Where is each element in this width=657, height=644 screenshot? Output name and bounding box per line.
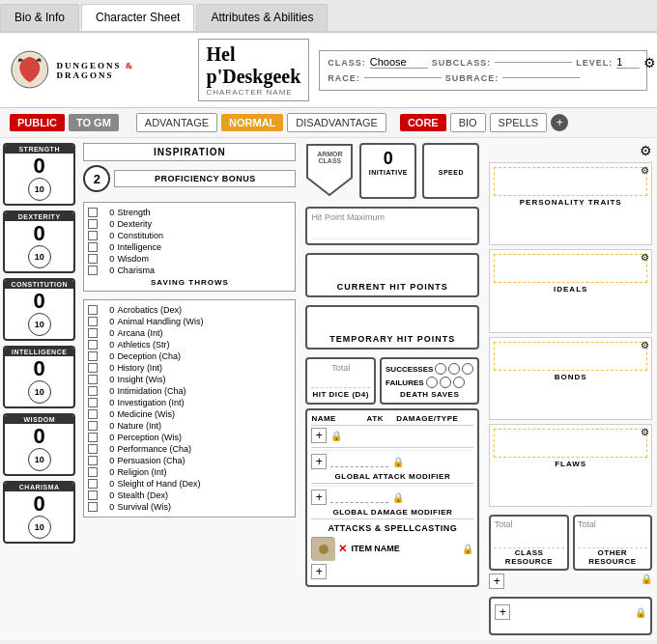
current-hp-val[interactable] xyxy=(311,259,473,282)
skill-survival-checkbox[interactable] xyxy=(88,502,98,512)
failure-1[interactable] xyxy=(426,377,438,388)
skill-persuasion-checkbox[interactable] xyxy=(88,456,98,465)
togm-button[interactable]: TO GM xyxy=(69,114,119,131)
global-damage-lock-icon[interactable]: 🔒 xyxy=(392,492,404,503)
spells-button[interactable]: SPELLS xyxy=(490,113,548,132)
strength-score[interactable]: 0 xyxy=(7,155,71,177)
dexterity-mod[interactable]: 10 xyxy=(28,245,51,268)
extra-resource-lock-icon[interactable]: 🔒 xyxy=(635,607,646,618)
skill-stealth-checkbox[interactable] xyxy=(88,490,98,500)
item-lock-icon[interactable]: 🔒 xyxy=(462,544,473,554)
constitution-score[interactable]: 0 xyxy=(7,291,71,312)
global-attack-input[interactable] xyxy=(330,457,388,467)
traits-gear-icon[interactable]: ⚙ xyxy=(640,143,652,158)
class-value[interactable]: Choose xyxy=(370,56,428,69)
inspiration-box[interactable]: INSPIRATION xyxy=(83,143,296,161)
wisdom-score[interactable]: 0 xyxy=(7,426,71,447)
core-button[interactable]: CORE xyxy=(400,114,446,131)
subrace-value[interactable] xyxy=(502,77,580,78)
intelligence-mod[interactable]: 10 xyxy=(28,380,51,404)
logo-area: DUNGEONS & DRAGONS xyxy=(10,48,188,92)
add-attack-button[interactable]: + xyxy=(311,428,327,443)
skill-nature-checkbox[interactable] xyxy=(88,421,98,431)
skill-insight-checkbox[interactable] xyxy=(88,375,98,384)
character-name[interactable]: Hel p'Deskgeek xyxy=(207,43,301,88)
add-section-button[interactable]: + xyxy=(551,114,568,131)
ideals-gear-icon[interactable]: ⚙ xyxy=(641,252,649,263)
bio-button[interactable]: BIO xyxy=(450,113,486,132)
item-delete-icon[interactable]: ✕ xyxy=(338,543,347,555)
saving-constitution-checkbox[interactable] xyxy=(88,231,98,240)
global-damage-add-button[interactable]: + xyxy=(311,490,327,505)
advantage-button[interactable]: ADVANTAGE xyxy=(136,113,217,132)
race-value[interactable] xyxy=(364,77,442,78)
skill-nature-val: 0 xyxy=(100,421,114,431)
class-resource-val[interactable] xyxy=(494,529,563,548)
saving-strength-checkbox[interactable] xyxy=(88,208,98,217)
global-damage-input[interactable] xyxy=(330,492,388,503)
saving-charisma-checkbox[interactable] xyxy=(88,266,98,275)
wisdom-mod[interactable]: 10 xyxy=(28,448,51,471)
personality-content[interactable] xyxy=(494,167,647,196)
skill-deception-checkbox[interactable] xyxy=(88,351,98,361)
settings-gear-icon[interactable]: ⚙ xyxy=(643,55,656,70)
tab-attributes[interactable]: Attributes & Abilities xyxy=(196,4,328,31)
initiative-val[interactable]: 0 xyxy=(365,149,411,169)
temp-hp-val[interactable] xyxy=(311,311,473,334)
saving-dexterity-checkbox[interactable] xyxy=(88,219,98,229)
success-2[interactable] xyxy=(448,363,460,375)
failure-3[interactable] xyxy=(453,377,465,388)
class-resource-lock-icon[interactable]: 🔒 xyxy=(641,574,652,589)
subclass-value[interactable] xyxy=(495,62,572,63)
attack-lock-icon[interactable]: 🔒 xyxy=(330,431,342,441)
skill-religion-checkbox[interactable] xyxy=(88,467,98,477)
flaws-content[interactable] xyxy=(494,429,647,458)
intelligence-score[interactable]: 0 xyxy=(7,358,71,379)
skill-acrobatics-checkbox[interactable] xyxy=(88,305,98,315)
add-class-resource-button[interactable]: + xyxy=(489,574,504,589)
hp-max-val[interactable] xyxy=(311,222,473,239)
hit-dice-total-val[interactable] xyxy=(311,373,370,388)
public-button[interactable]: PUBLIC xyxy=(10,114,65,131)
normal-button[interactable]: NORMAL xyxy=(221,114,283,131)
other-resource-val[interactable] xyxy=(578,529,647,548)
personality-gear-icon[interactable]: ⚙ xyxy=(641,165,649,176)
failure-2[interactable] xyxy=(440,377,451,388)
flaws-gear-icon[interactable]: ⚙ xyxy=(641,427,649,437)
armor-class-input[interactable] xyxy=(315,164,344,180)
saving-wisdom-checkbox[interactable] xyxy=(88,254,98,264)
bonds-content[interactable] xyxy=(494,342,647,371)
constitution-mod[interactable]: 10 xyxy=(28,313,51,336)
skill-perception-checkbox[interactable] xyxy=(88,433,98,442)
skill-medicine-checkbox[interactable] xyxy=(88,409,98,419)
proficiency-number[interactable]: 2 xyxy=(83,165,110,192)
skill-history-checkbox[interactable] xyxy=(88,363,98,373)
skill-animal-handling-checkbox[interactable] xyxy=(88,317,98,326)
dexterity-score[interactable]: 0 xyxy=(7,223,71,244)
tab-bio[interactable]: Bio & Info xyxy=(0,4,79,31)
skill-religion-val: 0 xyxy=(100,467,114,477)
speed-val[interactable] xyxy=(428,149,473,169)
skill-sleight-checkbox[interactable] xyxy=(88,479,98,489)
charisma-score[interactable]: 0 xyxy=(7,493,71,515)
skill-investigation-checkbox[interactable] xyxy=(88,398,98,407)
charisma-mod[interactable]: 10 xyxy=(28,516,51,539)
global-attack-lock-icon[interactable]: 🔒 xyxy=(392,457,404,467)
success-1[interactable] xyxy=(435,363,446,375)
skill-performance-checkbox[interactable] xyxy=(88,444,98,454)
skill-arcana-checkbox[interactable] xyxy=(88,328,98,338)
saving-intelligence-checkbox[interactable] xyxy=(88,242,98,252)
skill-intimidation-checkbox[interactable] xyxy=(88,386,98,396)
skill-insight-name: Insight (Wis) xyxy=(117,375,291,384)
global-attack-add-button[interactable]: + xyxy=(311,454,327,469)
tab-character-sheet[interactable]: Character Sheet xyxy=(81,4,194,31)
add-extra-resource-button[interactable]: + xyxy=(495,604,510,620)
ideals-content[interactable] xyxy=(494,254,647,283)
strength-mod[interactable]: 10 xyxy=(28,178,51,201)
bonds-gear-icon[interactable]: ⚙ xyxy=(641,340,649,350)
skill-athletics-checkbox[interactable] xyxy=(88,340,98,350)
add-item-button[interactable]: + xyxy=(311,564,327,579)
disadvantage-button[interactable]: DISADVANTAGE xyxy=(287,113,386,132)
success-3[interactable] xyxy=(462,363,473,375)
level-value[interactable]: 1 xyxy=(616,56,640,69)
